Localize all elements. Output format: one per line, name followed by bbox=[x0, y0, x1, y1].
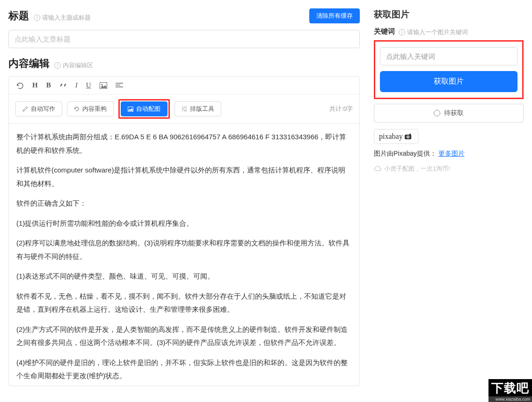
bold-icon[interactable]: B bbox=[46, 81, 51, 89]
highlight-frame: 自动配图 bbox=[118, 99, 170, 119]
char-count: 共计:0字 bbox=[329, 105, 353, 113]
paragraph: 整个计算机系统由两部分组成：E.69DA 5 E 6 BA 9062616964… bbox=[16, 130, 352, 157]
quote-icon[interactable] bbox=[59, 83, 67, 88]
clear-cache-button[interactable]: 清除所有缓存 bbox=[309, 8, 360, 23]
svg-point-14 bbox=[407, 136, 408, 137]
format-toolbar: H B I U bbox=[9, 77, 359, 94]
svg-point-1 bbox=[101, 84, 102, 85]
info-icon: i bbox=[54, 62, 61, 69]
paragraph: (4)维护不同的硬件是旧的，理论上软件是旧的，并不坏，但实际上软件也是旧的和坏的… bbox=[16, 356, 352, 383]
paragraph: (2)生产方式不同的软件是开发，是人类智能的高发挥，而不是传统意义上的硬件制造。… bbox=[16, 323, 352, 350]
title-header-row: 标题 i 请输入主题或标题 清除所有缓存 bbox=[8, 8, 360, 23]
svg-rect-15 bbox=[409, 134, 411, 135]
align-icon[interactable] bbox=[116, 83, 123, 88]
image-small-icon bbox=[128, 107, 133, 112]
keyword-input[interactable] bbox=[380, 47, 517, 65]
camera-icon bbox=[405, 134, 413, 139]
keyword-label: 关键词 bbox=[374, 27, 395, 36]
paragraph: 软件的正确含义如下： bbox=[16, 197, 352, 210]
provided-text: 图片由Pixabay提供： 更多图片 bbox=[374, 150, 524, 158]
content-hint: i 内容编辑区 bbox=[54, 61, 93, 70]
paragraph: (2)程序可以满意地处理信息的数据结构。(3)说明程序功能要求和程序需要的文档的… bbox=[16, 237, 352, 263]
info-icon: i bbox=[399, 29, 405, 36]
italic-icon[interactable]: I bbox=[75, 81, 78, 89]
content-heading: 内容编辑 bbox=[8, 57, 50, 71]
more-images-link[interactable]: 更多图片 bbox=[438, 150, 465, 157]
circle-icon bbox=[434, 110, 440, 116]
underline-icon[interactable]: U bbox=[86, 81, 91, 89]
keyword-highlight-box: 获取图片 bbox=[374, 40, 524, 99]
undo-icon[interactable] bbox=[15, 82, 24, 89]
footer-note: 小虎子配图，一次1淘币! bbox=[374, 165, 524, 173]
pencil-icon bbox=[22, 106, 28, 112]
heading-icon[interactable]: H bbox=[32, 81, 38, 89]
paragraph: 计算机软件(computer software)是指计算机系统中除硬件以外的所有… bbox=[16, 164, 352, 190]
fetch-image-button[interactable]: 获取图片 bbox=[380, 71, 517, 92]
refresh-icon bbox=[74, 106, 80, 112]
auto-write-button[interactable]: 自动写作 bbox=[15, 101, 62, 116]
paragraph: (1)表达形式不同的硬件类型、颜色、味道、可见、可摸、可闻。 bbox=[16, 270, 352, 283]
paragraph: (1)提供运行时所需功能和性能的命令或计算机程序集合。 bbox=[16, 217, 352, 230]
pixabay-badge: pixabay bbox=[374, 129, 418, 144]
title-heading: 标题 bbox=[8, 9, 29, 23]
layout-icon bbox=[182, 106, 187, 112]
cloud-icon bbox=[374, 166, 381, 171]
layout-tool-button[interactable]: 排版工具 bbox=[175, 101, 221, 116]
image-icon[interactable] bbox=[100, 82, 107, 89]
main-panel: 标题 i 请输入主题或标题 清除所有缓存 内容编辑 i 内容编辑区 bbox=[0, 0, 368, 402]
editor-container: H B I U 自动写作 bbox=[8, 76, 360, 386]
editor-content[interactable]: 整个计算机系统由两部分组成：E.69DA 5 E 6 BA 9062616964… bbox=[9, 124, 359, 386]
action-toolbar: 自动写作 内容重构 自动配图 bbox=[9, 94, 359, 124]
keyword-hint: i 请输入一个图片关键词 bbox=[399, 28, 468, 36]
sidebar: 获取图片 关键词 i 请输入一个图片关键词 获取图片 待获取 pixabay bbox=[368, 0, 532, 402]
paragraph: 软件看不见，无色，枯燥，看不见，摸不到，闻不到。软件大部分存在于人们的头脑或纸上… bbox=[16, 290, 352, 316]
watermark: 下载吧 www.xiazaiba.com bbox=[488, 379, 532, 402]
pending-button[interactable]: 待获取 bbox=[374, 104, 524, 122]
info-icon: i bbox=[34, 14, 40, 21]
restructure-button[interactable]: 内容重构 bbox=[67, 101, 114, 116]
title-hint: i 请输入主题或标题 bbox=[34, 14, 91, 22]
sidebar-heading: 获取图片 bbox=[374, 8, 524, 21]
article-title-input[interactable] bbox=[8, 30, 360, 48]
auto-image-button[interactable]: 自动配图 bbox=[121, 101, 168, 116]
